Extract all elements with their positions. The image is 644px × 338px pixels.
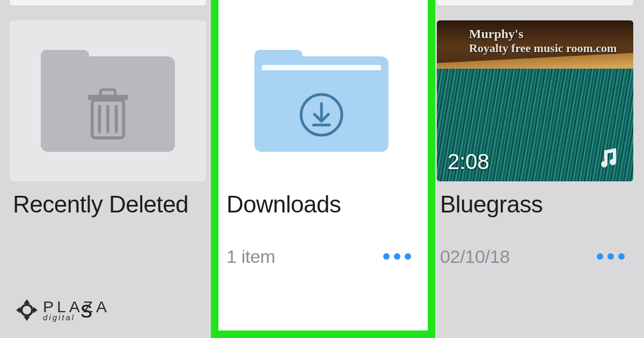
download-icon xyxy=(298,92,345,138)
more-options-button[interactable] xyxy=(597,253,625,260)
trash-icon xyxy=(85,92,131,138)
tile-title: Recently Deleted xyxy=(13,191,203,218)
svg-marker-10 xyxy=(24,299,30,304)
album-banner-text: Murphy's Royalty free music room.com xyxy=(469,27,617,55)
watermark-text-1: PLAZA xyxy=(43,299,110,314)
tile-stub xyxy=(437,0,633,5)
svg-marker-11 xyxy=(24,317,30,321)
folder-icon xyxy=(41,50,175,152)
folder-icon xyxy=(254,50,389,152)
watermark-logo: PLAZA digital xyxy=(15,298,110,322)
tile-subtitle: 1 item xyxy=(226,246,275,267)
tile-downloads[interactable]: Downloads 1 item xyxy=(223,0,420,267)
tile-title: Bluegrass xyxy=(440,191,630,218)
more-options-button[interactable] xyxy=(383,253,411,260)
tile-recently-deleted[interactable]: Recently Deleted xyxy=(10,0,206,267)
tile-meta: Recently Deleted xyxy=(10,181,206,218)
svg-point-9 xyxy=(21,305,32,315)
folder-thumbnail-downloads[interactable] xyxy=(223,20,420,181)
tile-title: Downloads xyxy=(226,191,416,218)
tile-subtitle: 02/10/18 xyxy=(440,246,510,267)
svg-rect-5 xyxy=(100,90,115,96)
tile-bluegrass[interactable]: Murphy's Royalty free music room.com 2:0… xyxy=(437,0,633,267)
music-thumbnail[interactable]: Murphy's Royalty free music room.com 2:0… xyxy=(437,20,633,181)
svg-marker-13 xyxy=(33,307,38,313)
tile-meta: Bluegrass 02/10/18 xyxy=(437,181,633,267)
music-note-icon xyxy=(598,146,621,172)
file-grid: Recently Deleted xyxy=(0,0,644,267)
svg-marker-12 xyxy=(16,307,20,313)
tile-meta: Downloads 1 item xyxy=(223,181,420,267)
duration-label: 2:08 xyxy=(448,150,489,174)
watermark-icon xyxy=(15,298,39,322)
tile-stub xyxy=(10,0,206,5)
folder-thumbnail-deleted[interactable] xyxy=(10,20,206,181)
